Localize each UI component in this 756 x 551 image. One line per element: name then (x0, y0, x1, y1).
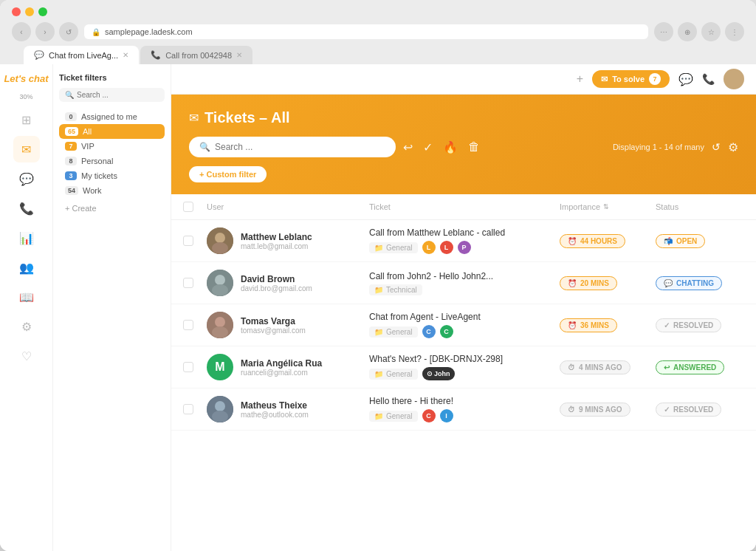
sidebar-icon-heart[interactable]: ♡ (13, 343, 40, 369)
filter-badge-personal: 8 (65, 157, 77, 165)
filter-label-mytickets: My tickets (81, 171, 117, 180)
filter-item-vip[interactable]: 7 VIP (59, 139, 165, 154)
create-button[interactable]: + Create (59, 201, 165, 216)
ticket-title-4: What's Next? - [DBK-DRNJX-298] (369, 354, 560, 364)
check-icon[interactable]: ✓ (423, 140, 433, 154)
user-email-2: david.bro@gmail.com (241, 284, 312, 292)
filter-search-input[interactable] (77, 91, 159, 99)
user-name-1: Matthew Leblanc (241, 232, 312, 242)
user-info-4: Maria Angélica Rua ruanceli@gmail.com (241, 358, 322, 377)
table-row[interactable]: David Brown david.bro@gmail.com Call fro… (171, 262, 756, 304)
sidebar-icon-chat[interactable]: 💬 (13, 165, 40, 192)
back-button[interactable]: ‹ (12, 22, 31, 41)
tickets-search-input[interactable] (215, 142, 385, 152)
tickets-heading: Tickets – All (205, 109, 290, 126)
table-row[interactable]: Matthew Leblanc matt.leb@gmail.com Call … (171, 220, 756, 262)
row-checkbox-4[interactable] (183, 362, 193, 372)
filter-item-assigned[interactable]: 0 Assigned to me (59, 109, 165, 124)
to-solve-button[interactable]: ✉ To solve 7 (592, 70, 670, 88)
browser-toolbar: ‹ › ↺ 🔒 samplepage.ladesk.com ⋯ ⊕ ☆ ⋮ (12, 22, 744, 41)
importance-cell-4: ⏱ 4 MINS AGO (560, 360, 656, 374)
filter-panel-title: Ticket filters (59, 73, 165, 82)
phone-status-button[interactable]: 📞 (702, 73, 715, 85)
tickets-header: ✉ Tickets – All 🔍 ↩ ✓ 🔥 🗑 Displaying 1 -… (171, 95, 756, 194)
tab-chat-close[interactable]: ✕ (123, 51, 128, 59)
to-solve-count: 7 (649, 73, 661, 85)
filter-item-personal[interactable]: 8 Personal (59, 154, 165, 168)
row-checkbox-5[interactable] (183, 404, 193, 414)
maximize-dot[interactable] (38, 7, 47, 16)
row-checkbox-3[interactable] (183, 320, 193, 330)
table-row[interactable]: Tomas Varga tomasv@gmail.com Chat from A… (171, 304, 756, 346)
displaying-text: Displaying 1 - 14 of many (613, 143, 704, 151)
header-bar: + ✉ To solve 7 💬 📞 (171, 64, 756, 95)
filter-item-all[interactable]: 65 All (59, 124, 165, 139)
sort-icon[interactable]: ⇅ (603, 203, 609, 211)
tickets-title-row: ✉ Tickets – All (189, 109, 738, 126)
browser-dots (12, 7, 744, 16)
user-name-2: David Brown (241, 274, 312, 284)
user-info-1: Matthew Leblanc matt.leb@gmail.com (241, 232, 312, 250)
address-bar[interactable]: 🔒 samplepage.ladesk.com (84, 24, 648, 39)
sidebar-icon-book[interactable]: 📖 (13, 284, 40, 310)
nav-btn-2[interactable]: ⊕ (678, 22, 697, 41)
login-icon[interactable]: ↩ (403, 140, 413, 154)
sidebar-icon-users[interactable]: 👥 (13, 254, 40, 281)
delete-icon[interactable]: 🗑 (468, 140, 480, 154)
svg-point-5 (212, 284, 228, 296)
custom-filter-button[interactable]: + Custom filter (189, 166, 267, 182)
nav-btn-3[interactable]: ☆ (701, 22, 721, 41)
nav-btn-1[interactable]: ⋯ (654, 22, 673, 41)
to-solve-label: To solve (612, 75, 645, 83)
row-checkbox-1[interactable] (183, 236, 193, 246)
close-dot[interactable] (12, 7, 21, 16)
browser-tabs: 💬 Chat from LiveAg... ✕ 📞 Call from 0042… (12, 46, 744, 64)
sidebar-icon-grid[interactable]: ⊞ (13, 106, 40, 133)
table-row[interactable]: Matheus Theixe mathe@outlook.com Hello t… (171, 389, 756, 431)
minimize-dot[interactable] (25, 7, 34, 16)
refresh-button[interactable]: ↺ (59, 22, 78, 41)
status-cell-5: ✓ RESOLVED (656, 403, 744, 417)
ticket-title-1: Call from Matthew Leblanc - called (369, 227, 560, 238)
sidebar-icon-analytics[interactable]: 📊 (13, 225, 40, 251)
sidebar-icon-settings[interactable]: ⚙ (13, 313, 40, 340)
user-name-4: Maria Angélica Rua (241, 358, 322, 369)
tag-L-1: L (422, 241, 436, 254)
forward-button[interactable]: › (35, 22, 55, 41)
sidebar-icon-email[interactable]: ✉ (13, 136, 40, 162)
refresh-icon[interactable]: ↺ (712, 141, 721, 153)
tickets-search[interactable]: 🔍 (189, 137, 396, 157)
nav-btn-4[interactable]: ⋮ (725, 22, 744, 41)
user-avatar[interactable] (724, 69, 744, 89)
tab-chat[interactable]: 💬 Chat from LiveAg... ✕ (24, 46, 139, 64)
table-row[interactable]: M Maria Angélica Rua ruanceli@gmail.com … (171, 346, 756, 389)
ticket-category-5: 📁 General (369, 411, 418, 422)
tab-call-close[interactable]: ✕ (236, 51, 242, 59)
filter-badge-mytickets: 3 (65, 171, 77, 180)
user-info-3: Tomas Varga tomasv@gmail.com (241, 316, 306, 335)
chat-status-button[interactable]: 💬 (678, 72, 693, 86)
ticket-cell-2: Call from John2 - Hello John2... 📁 Techn… (369, 271, 560, 295)
filter-item-work[interactable]: 54 Work (59, 183, 165, 198)
ticket-cell-3: Chat from Agent - LiveAgent 📁 General C … (369, 312, 560, 338)
phone-status-icon: 📞 (702, 73, 715, 85)
importance-cell-2: ⏰ 20 MINS (560, 276, 656, 290)
search-icon: 🔍 (199, 142, 210, 152)
row-checkbox-2[interactable] (183, 278, 193, 288)
ticket-meta-5: 📁 General C I (369, 409, 560, 422)
tab-call-label: Call from 0042948 (165, 51, 232, 60)
add-button[interactable]: + (577, 72, 583, 86)
main-content: + ✉ To solve 7 💬 📞 ✉ Tickets – All (171, 64, 756, 551)
app-logo: Let's chat (4, 73, 48, 84)
filter-item-mytickets[interactable]: 3 My tickets (59, 168, 165, 183)
filter-settings-icon[interactable]: ⚙ (728, 140, 738, 154)
sidebar-progress: 30% (19, 93, 32, 100)
select-all-checkbox[interactable] (183, 202, 193, 212)
tab-call[interactable]: 📞 Call from 0042948 ✕ (140, 46, 252, 64)
importance-cell-5: ⏱ 9 MINS AGO (560, 403, 656, 417)
flame-icon[interactable]: 🔥 (443, 140, 458, 154)
sidebar-icon-phone[interactable]: 📞 (13, 195, 40, 222)
user-cell-2: David Brown david.bro@gmail.com (207, 270, 369, 296)
filter-search[interactable]: 🔍 (59, 88, 165, 102)
status-icon-4: ↩ (664, 363, 670, 372)
